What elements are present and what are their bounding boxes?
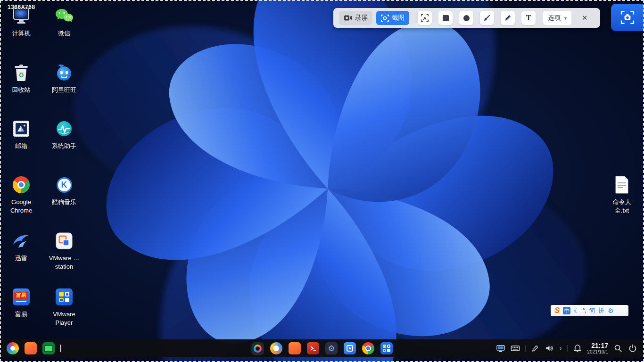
xunlei-icon <box>12 230 31 251</box>
ime-punctuation-mode[interactable]: °, <box>583 307 586 314</box>
rectangle-icon <box>443 15 449 21</box>
desktop-icon-xunlei[interactable]: 迅雷 <box>1 230 41 263</box>
rectangle-tool-button[interactable] <box>438 11 453 25</box>
desktop-icon-label: VMware …station <box>44 254 84 271</box>
desktop-icon-vmware-player[interactable]: VMware Player <box>44 287 84 327</box>
browser-app-icon[interactable] <box>270 342 282 354</box>
desktop-icon-label: 命令大全.txt <box>610 198 634 215</box>
start-menu-button[interactable] <box>7 342 19 354</box>
text-file-icon <box>614 174 629 195</box>
recycle-bin-icon: ♻ <box>13 62 29 83</box>
capture-icon <box>381 14 389 22</box>
desktop-icon-label: VMware Player <box>44 310 84 327</box>
kugou-letter: K <box>61 180 67 190</box>
vmware-workstation-icon <box>55 230 73 251</box>
close-toolbar-button[interactable]: ✕ <box>579 13 591 23</box>
launcher-icon[interactable] <box>25 342 37 354</box>
chrome-taskbar-icon[interactable] <box>362 342 374 354</box>
green-monitor-app-icon[interactable] <box>42 342 55 354</box>
text-tool-button[interactable]: T <box>521 11 536 25</box>
desktop-icon-label: 酷狗音乐 <box>52 198 76 206</box>
ime-pinyin-mode[interactable]: 拼 <box>598 306 604 315</box>
record-screen-label: 录屏 <box>355 14 368 22</box>
ime-simplified-mode[interactable]: 简 <box>589 306 595 315</box>
ocr-tool-button[interactable]: A <box>418 11 432 25</box>
keyboard-tray-icon[interactable] <box>511 344 520 353</box>
clock-date: 2021/10/1 <box>587 349 609 355</box>
gear-icon: ⚙ <box>328 344 335 354</box>
wallpaper-bloom <box>0 0 644 362</box>
fuyi-icon-text: 富易 <box>16 292 26 298</box>
notification-bell-icon[interactable] <box>573 344 582 353</box>
search-icon[interactable] <box>613 344 623 353</box>
desktop-icon-wechat[interactable]: 微信 <box>44 6 84 38</box>
clock[interactable]: 21:17 2021/10/1 <box>587 342 609 355</box>
system-assistant-icon <box>55 118 73 139</box>
desktop-icon-label: 微信 <box>58 29 70 38</box>
taskbar: ⚙ › 21:17 2021/10/1 <box>1 339 643 357</box>
moon-icon[interactable]: ☾ <box>574 307 579 314</box>
desktop-icon-command-txt[interactable]: 命令大全.txt <box>602 174 642 215</box>
ime-chinese-mode[interactable]: 中 <box>563 307 570 314</box>
volume-tray-icon[interactable] <box>545 344 554 353</box>
desktop-icon-vmware-workstation[interactable]: VMware …station <box>44 230 84 271</box>
capture-button[interactable]: 截图 <box>376 11 409 25</box>
terminal-app-icon[interactable] <box>307 342 319 354</box>
fuyi-icon: 富易 <box>13 287 30 307</box>
arrow-icon <box>483 14 491 22</box>
text-tool-letter: T <box>526 14 531 22</box>
desktop-icon-kugou-music[interactable]: K 酷狗音乐 <box>44 174 84 206</box>
desktop-icon-google-chrome[interactable]: Google Chrome <box>1 174 41 215</box>
control-center-icon[interactable]: ⚙ <box>325 342 338 354</box>
sogou-logo-icon[interactable]: S <box>554 306 560 315</box>
blue-app-icon[interactable] <box>344 342 356 354</box>
desktop-icon-label: 回收站 <box>12 86 31 94</box>
record-screen-icon <box>344 14 352 22</box>
options-label: 选项 <box>548 14 561 22</box>
desktop-icon-computer[interactable]: 计算机 <box>1 6 41 38</box>
clock-time: 21:17 <box>591 342 608 349</box>
chrome-icon <box>13 174 30 195</box>
tray-divider <box>567 345 568 352</box>
app-store-icon[interactable] <box>289 342 301 354</box>
vmware-player-icon <box>56 287 73 307</box>
taskbar-left <box>1 342 61 354</box>
display-tray-icon[interactable] <box>496 344 505 353</box>
ocr-letter: A <box>423 16 426 21</box>
tray-expand-chevron[interactable]: › <box>559 345 561 352</box>
ime-status-bar[interactable]: S 中 ☾ °, 简 拼 ⚙ <box>551 305 628 316</box>
aliwangwang-icon <box>55 62 73 83</box>
screenshot-toolbar: 录屏 截图 A T 选 <box>333 8 600 28</box>
wechat-icon <box>55 6 74 26</box>
pen-tool-button[interactable] <box>501 11 515 25</box>
desktop-icon-label: 邮箱 <box>15 142 27 150</box>
desktop-icon-recycle-bin[interactable]: ♻ 回收站 <box>1 62 41 94</box>
ellipse-tool-button[interactable] <box>459 11 473 25</box>
kugou-icon: K <box>57 174 72 195</box>
blue-app-glyph <box>347 345 353 352</box>
desktop-icon-fuyi[interactable]: 富易 富易 <box>1 287 41 319</box>
camera-app-icon[interactable] <box>251 342 264 355</box>
power-icon[interactable] <box>628 344 637 353</box>
arrow-tool-button[interactable] <box>480 11 494 25</box>
ime-settings-gear-icon[interactable]: ⚙ <box>608 307 614 314</box>
resolution-label: 1366X768 <box>8 4 35 10</box>
vmware-taskbar-icon[interactable] <box>380 342 393 354</box>
snip-icon <box>620 10 635 25</box>
snip-panel-button[interactable] <box>611 4 644 31</box>
svg-text:♻: ♻ <box>18 71 25 79</box>
mail-icon <box>12 118 30 139</box>
pen-icon <box>504 14 512 22</box>
desktop-icon-mail[interactable]: 邮箱 <box>1 118 41 150</box>
pen-tray-icon[interactable] <box>531 344 539 353</box>
options-button[interactable]: 选项 ▾ <box>543 11 571 25</box>
desktop-icon-label: 系统助手 <box>52 142 76 150</box>
desktop-icon-label: Google Chrome <box>1 198 41 215</box>
record-screen-button[interactable]: 录屏 <box>339 11 372 25</box>
desktop-icon-aliwangwang[interactable]: 阿里旺旺 <box>44 62 84 94</box>
desktop-icon-label: 计算机 <box>12 29 31 38</box>
fuyi-icon-subtext-bar <box>16 301 26 302</box>
terminal-prompt-icon <box>310 346 316 351</box>
desktop-icon-system-assistant[interactable]: 系统助手 <box>44 118 84 150</box>
ocr-icon: A <box>421 13 429 23</box>
